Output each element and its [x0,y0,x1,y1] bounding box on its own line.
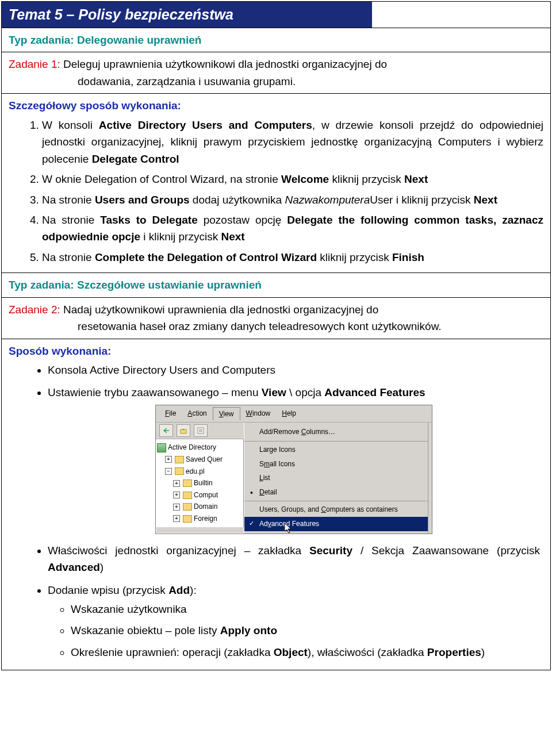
t: Welcome [281,173,329,185]
expand-icon[interactable]: + [165,456,172,463]
bullet-3: Właściwości jednostki organizacyjnej – z… [48,542,543,576]
menu-file[interactable]: File [159,407,182,421]
t: Properties [427,646,481,658]
t: dodaj użytkownika [190,194,285,206]
szczegolowy-label: Szczegółowy sposób wykonania: [9,97,543,114]
menuitem-list[interactable]: List [244,471,428,485]
toolbar [156,423,244,439]
expand-icon[interactable]: + [173,480,180,487]
menuitem-large[interactable]: Large Icons [244,441,428,457]
menubar: File Action View Window Help [156,405,432,423]
tree-root[interactable]: Active Directory [157,442,242,454]
t: kliknij przycisk [329,173,404,185]
t: ): [190,584,197,596]
step-4: Na stronie Tasks to Delegate pozostaw op… [42,212,543,245]
topic-header: Temat 5 – Polisy bezpieczeństwa [2,2,372,28]
t: \ opcja [286,386,325,398]
tree-comput[interactable]: +Comput [157,489,242,501]
t: Active Directory Users and Computers [99,119,312,131]
zadanie2-desc1: Nadaj użytkownikowi uprawnienia dla jedn… [63,304,378,316]
props-button[interactable] [194,424,208,437]
folder-icon [183,479,192,487]
t: Tasks to Delegate [100,214,198,226]
expand-icon[interactable]: + [173,504,180,511]
header-spacer [372,2,550,28]
sub-1: Wskazanie użytkownika [71,601,540,617]
zadanie1-desc1: Deleguj uprawnienia użytkownikowi dla je… [63,58,387,70]
collapse-icon[interactable]: − [165,468,172,475]
folder-icon [175,456,184,463]
t: View [262,386,286,398]
t: / Sekcja Zaawansowane (przycisk [352,544,540,557]
expand-icon[interactable]: + [173,515,180,522]
t: Add [168,584,190,596]
t: Complete the Delegation of Control Wizar… [95,251,317,263]
menu-view[interactable]: View [213,407,240,421]
folder-icon [183,515,192,523]
t: pozostaw opcję [198,214,288,226]
expand-icon[interactable]: + [173,492,180,498]
tree-edu[interactable]: −edu.pl [157,466,242,478]
task-type-1-row: Typ zadania: Delegowanie uprawnień [2,28,550,52]
t: Na stronie [42,214,100,226]
tree-saved[interactable]: +Saved Quer [157,454,242,466]
task-type-value: Delegowanie uprawnień [77,34,201,46]
t: kliknij przycisk [317,251,392,263]
t: edu.pl [186,466,205,477]
sposob-label: Sposób wykonania: [9,343,543,359]
t: Właściwości jednostki organizacyjnej – z… [48,544,309,557]
task-type-label-2: Typ zadania: [9,279,74,291]
menuitem-containers[interactable]: Users, Groups, and Computers as containe… [244,501,428,517]
folder-icon [183,492,192,499]
t: Security [309,544,352,557]
task-type-2-row: Typ zadania: Szczegółowe ustawianie upra… [2,273,550,297]
t: Wskazanie obiektu – pole listy [71,624,220,636]
t: Dodanie wpisu (przycisk [48,584,168,596]
t: Users and Groups [95,194,190,206]
t: Finish [392,251,424,263]
t: Saved Quer [186,454,223,465]
tree-foreign[interactable]: +Foreign [157,513,242,525]
step-1: W konsoli Active Directory Users and Com… [42,117,543,167]
t: Na stronie [42,194,95,206]
menu-window[interactable]: Window [240,407,277,421]
t: Object [274,646,308,658]
folder-icon [183,503,192,511]
t: W konsoli [42,119,99,131]
back-button[interactable] [159,424,173,437]
t: ), właściwości (zakładka [308,646,427,658]
view-dropdown: Add/Remove Columns… Large Icons Small Ic… [244,423,428,533]
menuitem-advanced[interactable]: Advanced Features [244,517,428,531]
sub-3: Określenie uprawnień: operacji (zakładka… [71,644,540,661]
tree-domain[interactable]: +Domain [157,501,242,513]
sub-2: Wskazanie obiektu – pole listy Apply ont… [71,622,540,639]
menuitem-addremove[interactable]: Add/Remove Columns… [244,425,428,439]
folder-icon [175,467,184,475]
menu-help[interactable]: Help [276,407,302,421]
t: Next [221,231,244,243]
document-table: Temat 5 – Polisy bezpieczeństwa Typ zada… [1,1,551,670]
t: Nazwakomputera [285,194,370,206]
t: ) [481,646,485,658]
zadanie1-label: Zadanie 1: [9,58,60,70]
t: Advanced [48,561,100,573]
tree-builtin[interactable]: +Builtin [157,477,242,489]
menuitem-detail[interactable]: Detail [244,485,428,500]
zadanie-1-row: Zadanie 1: Deleguj uprawnienia użytkowni… [2,52,550,94]
t: Advanced Features [324,386,425,398]
ad-screenshot: File Action View Window Help [155,405,432,534]
t: Ustawienie trybu zaawansowanego – menu [48,386,262,398]
t: Foreign [194,513,217,524]
step-3: Na stronie Users and Groups dodaj użytko… [42,191,543,208]
zadanie1-desc2: dodawania, zarządzania i usuwania grupam… [9,73,543,90]
menuitem-small[interactable]: Small Icons [244,457,428,471]
zadanie-2-row: Zadanie 2: Nadaj użytkownikowi uprawnien… [2,298,550,339]
zadanie2-desc2: resetowania haseł oraz zmiany danych tel… [9,318,543,335]
t: Next [474,194,497,206]
list-icon [197,427,204,434]
bullet-4: Dodanie wpisu (przycisk Add): Wskazanie … [48,582,543,661]
t: Builtin [194,478,213,489]
bullet-1: Konsola Active Directory Users and Compu… [48,362,543,378]
up-button[interactable] [177,424,190,437]
menu-action[interactable]: Action [182,407,212,421]
